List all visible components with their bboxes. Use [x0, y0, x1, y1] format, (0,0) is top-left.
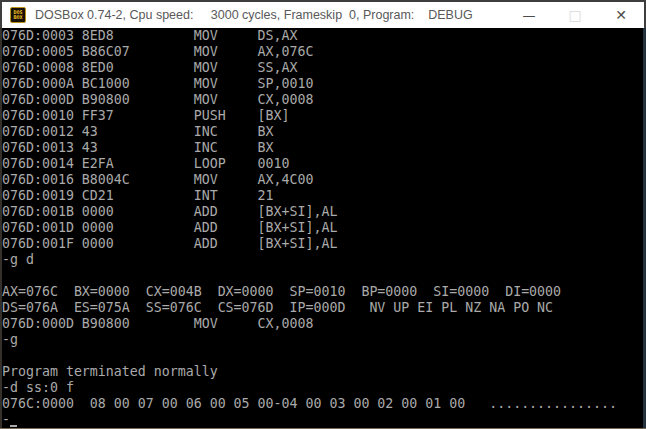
terminal-line: 076D:0005 B86C07 MOV AX,076C [2, 44, 643, 60]
terminal-line: 076D:001F 0000 ADD [BX+SI],AL [2, 236, 643, 252]
terminal-line: 076D:000A BC1000 MOV SP,0010 [2, 76, 643, 92]
terminal-line: 076D:0012 43 INC BX [2, 124, 643, 140]
terminal-line: 076D:0008 8ED0 MOV SS,AX [2, 60, 643, 76]
terminal-line: Program terminated normally [2, 364, 643, 380]
terminal-line: -g d [2, 252, 643, 268]
terminal-line: 076D:001D 0000 ADD [BX+SI],AL [2, 220, 643, 236]
terminal-line: -d ss:0 f [2, 380, 643, 396]
terminal-line: 076D:0003 8ED8 MOV DS,AX [2, 28, 643, 44]
dosbox-logo-icon: DOS BOX [10, 7, 26, 23]
terminal-line: 076D:0016 B8004C MOV AX,4C00 [2, 172, 643, 188]
terminal-line: 076D:000D B90800 MOV CX,0008 [2, 316, 643, 332]
terminal-line: 076D:001B 0000 ADD [BX+SI],AL [2, 204, 643, 220]
terminal-line [2, 268, 643, 284]
dosbox-window: DOS BOX DOSBox 0.74-2, Cpu speed: 3000 c… [0, 0, 646, 429]
window-controls: — □ ✕ [506, 2, 644, 28]
terminal-line [2, 348, 643, 364]
terminal-line: - [2, 412, 643, 428]
close-button[interactable]: ✕ [598, 2, 644, 28]
terminal-cursor [10, 425, 17, 427]
minimize-button[interactable]: — [506, 2, 552, 28]
terminal-line: AX=076C BX=0000 CX=004B DX=0000 SP=0010 … [2, 284, 643, 300]
terminal-line: 076D:0014 E2FA LOOP 0010 [2, 156, 643, 172]
terminal-line: DS=076A ES=075A SS=076C CS=076D IP=000D … [2, 300, 643, 316]
terminal-line: 076D:000D B90800 MOV CX,0008 [2, 92, 643, 108]
dosbox-icon-text-bottom: BOX [13, 15, 22, 20]
maximize-button[interactable]: □ [552, 2, 598, 28]
minimize-icon: — [523, 9, 536, 22]
terminal-line: 076C:0000 08 00 07 00 06 00 05 00-04 00 … [2, 396, 643, 412]
maximize-icon: □ [568, 8, 581, 22]
close-icon: ✕ [615, 8, 627, 22]
terminal-line: 076D:0013 43 INC BX [2, 140, 643, 156]
terminal-line: 076D:0010 FF37 PUSH [BX] [2, 108, 643, 124]
terminal-line: 076D:0019 CD21 INT 21 [2, 188, 643, 204]
terminal-screen[interactable]: 076D:0003 8ED8 MOV DS,AX076D:0005 B86C07… [0, 28, 646, 428]
window-title: DOSBox 0.74-2, Cpu speed: 3000 cycles, F… [35, 8, 506, 22]
titlebar[interactable]: DOS BOX DOSBox 0.74-2, Cpu speed: 3000 c… [0, 0, 646, 28]
terminal-line: -g [2, 332, 643, 348]
